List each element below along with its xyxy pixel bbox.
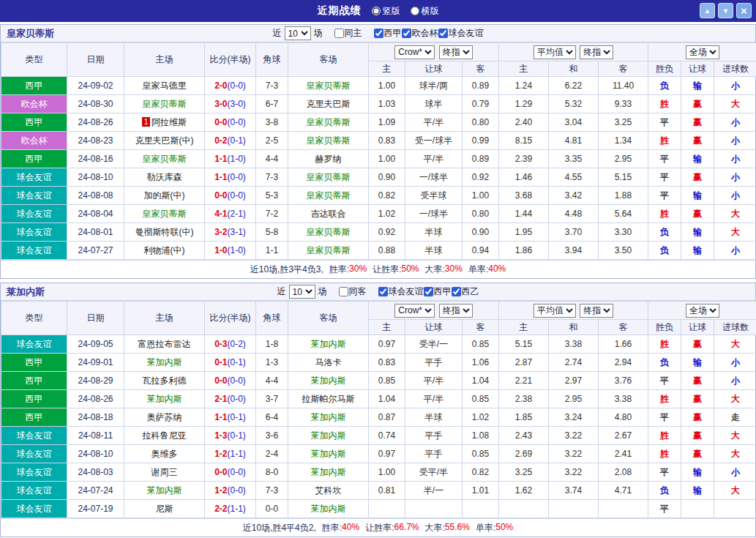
games-label: 场 [314,27,323,40]
home-team-name[interactable]: 曼彻斯特联(中) [135,227,194,237]
home-team-name[interactable]: 利物浦(中) [144,245,185,255]
layout-vertical-radio[interactable]: 竖版 [372,5,400,18]
move-down-button[interactable]: ▼ [718,3,733,18]
handicap-away-odds: 1.01 [463,482,499,500]
odds-company-select[interactable]: Crow* [394,304,435,318]
close-button[interactable]: × [736,3,752,18]
away-team-name[interactable]: 莱加内斯 [311,449,346,459]
home-team-name[interactable]: 莱加内斯 [147,394,182,404]
home-team-name[interactable]: 阿拉维斯 [151,117,187,127]
home-team-name[interactable]: 莱加内斯 [147,357,182,367]
match-count-select[interactable]: 10 [285,26,311,40]
away-team-name[interactable]: 马洛卡 [315,357,342,367]
home-team-name[interactable]: 皇家贝蒂斯 [143,209,187,219]
league-filter-checkbox[interactable] [402,29,411,38]
avg-away-odds [599,500,648,518]
away-team: 莱加内斯 [288,463,369,482]
away-team-name[interactable]: 皇家贝蒂斯 [307,135,351,146]
away-team-name[interactable]: 皇家贝蒂斯 [307,117,351,127]
move-up-button[interactable]: ▲ [700,3,715,18]
league-filter-球会友谊[interactable]: 球会友谊 [378,285,424,298]
home-team-name[interactable]: 皇家贝蒂斯 [143,99,187,109]
vertical-radio-input[interactable] [372,7,381,15]
home-team-name[interactable]: 奥萨苏纳 [147,412,182,422]
away-team-name[interactable]: 皇家贝蒂斯 [307,227,351,237]
away-team-name[interactable]: 赫罗纳 [315,154,342,164]
away-team-name[interactable]: 克里夫巴斯 [307,99,351,109]
avg-company-select[interactable]: 平均值 [534,45,576,59]
handicap-away-odds: 1.08 [463,427,499,445]
same-venue-checkbox[interactable] [339,287,348,296]
league-filter-西甲[interactable]: 西甲 [424,285,452,298]
away-team-name[interactable]: 莱加内斯 [311,412,346,422]
corner-score: 4-4 [256,372,288,390]
league-type-cell: 西甲 [1,354,67,372]
away-team-name[interactable]: 莱加内斯 [311,339,346,349]
home-team-name[interactable]: 加的斯(中) [144,190,185,201]
handicap-away-odds: 0.85 [463,390,499,408]
home-team-name[interactable]: 克里夫巴斯(中) [135,135,194,146]
away-team-name[interactable]: 莱加内斯 [311,467,346,477]
away-team-name[interactable]: 拉斯帕尔马斯 [302,394,355,404]
away-team-name[interactable]: 艾科坎 [315,485,342,496]
avg-company-select[interactable]: 平均值 [534,304,576,318]
avg-draw-odds: 3.22 [549,445,599,463]
league-filter-欧会杯[interactable]: 欧会杯 [402,27,438,40]
match-date: 24-08-26 [67,390,124,408]
col-home: 主场 [124,302,205,335]
home-team-name[interactable]: 尼斯 [156,504,173,514]
summary-stat-label: 胜率: [329,264,349,276]
match-row: 球会友谊24-08-01曼彻斯特联(中)3-2(3-1)5-8皇家贝蒂斯0.92… [1,223,756,242]
corner-score: 3-8 [256,113,288,132]
home-team-name[interactable]: 莱加内斯 [147,485,182,496]
away-team: 马洛卡 [288,354,369,372]
away-team-name[interactable]: 皇家贝蒂斯 [307,81,351,91]
halftime-score: (0-0) [228,172,246,182]
avg-final-select[interactable]: 终指 [580,45,613,59]
league-filter-西甲[interactable]: 西甲 [374,27,402,40]
match-count-select[interactable]: 10 [289,285,315,299]
summary-stat: 单率:50% [476,522,513,534]
horizontal-radio-input[interactable] [411,7,419,15]
odds-final-select[interactable]: 终指 [439,45,473,59]
fulltime-select[interactable]: 全场 [686,304,719,318]
league-filter-西乙[interactable]: 西乙 [452,285,479,298]
league-filter-checkbox[interactable] [438,29,448,38]
sub-avg-draw: 和 [549,320,599,335]
team-name: 皇家贝蒂斯 [7,27,54,40]
away-team-name[interactable]: 吉达联合 [311,209,346,219]
avg-draw-odds: 3.22 [549,463,599,482]
away-team-name[interactable]: 皇家贝蒂斯 [307,172,351,182]
home-team-name[interactable]: 奥维多 [151,449,178,459]
odds-final-select[interactable]: 终指 [439,304,473,318]
home-team-name[interactable]: 勒沃库森 [147,172,182,182]
fulltime-select[interactable]: 全场 [686,45,719,59]
home-team-name[interactable]: 拉科鲁尼亚 [143,430,187,441]
league-filter-checkbox[interactable] [452,287,461,296]
league-filter-checkbox[interactable] [424,287,433,296]
layout-horizontal-radio[interactable]: 横版 [411,5,439,18]
score-cell: 3-2(3-1) [205,223,256,242]
home-team-name[interactable]: 富恩拉布雷达 [138,339,191,349]
sub-handicap-result: 让球 [681,61,714,77]
avg-final-select[interactable]: 终指 [580,304,613,318]
same-venue-filter[interactable]: 同客 [339,285,367,298]
home-team-name[interactable]: 皇家贝蒂斯 [143,154,187,164]
away-team-name[interactable]: 皇家贝蒂斯 [307,190,351,201]
home-team-name[interactable]: 皇家马德里 [143,81,187,91]
league-filter-checkbox[interactable] [374,29,383,38]
league-filter-checkbox[interactable] [378,287,388,296]
avg-away-odds: 2.41 [599,445,648,463]
avg-away-odds: 1.88 [599,187,648,205]
league-filter-球会友谊[interactable]: 球会友谊 [438,27,484,40]
odds-company-select[interactable]: Crow* [394,45,435,59]
same-venue-filter[interactable]: 同主 [334,27,362,40]
europe-odds-group: 平均值 终指 [499,302,648,320]
home-team-name[interactable]: 瓦拉多利德 [143,376,187,386]
away-team-name[interactable]: 莱加内斯 [311,376,346,386]
away-team-name[interactable]: 莱加内斯 [311,504,346,514]
same-venue-checkbox[interactable] [334,29,344,38]
away-team-name[interactable]: 皇家贝蒂斯 [307,245,351,255]
away-team-name[interactable]: 莱加内斯 [311,430,346,441]
home-team-name[interactable]: 谢周三 [151,467,178,477]
